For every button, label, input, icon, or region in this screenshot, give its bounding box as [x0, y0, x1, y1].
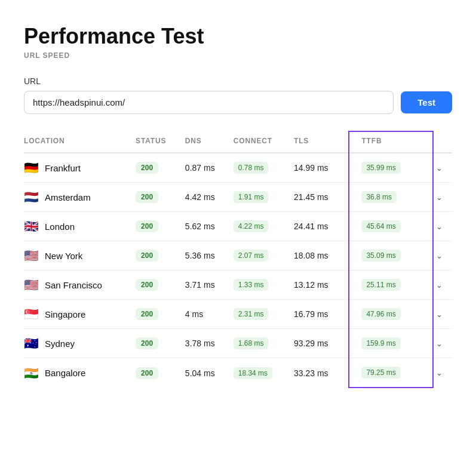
- tls-cell: 33.23 ms: [294, 358, 349, 388]
- chevron-down-icon: ⌄: [436, 339, 443, 348]
- connect-badge: 2.31 ms: [234, 308, 269, 320]
- flag-icon: 🇺🇸: [24, 279, 39, 291]
- chevron-down-icon: ⌄: [436, 310, 443, 319]
- connect-cell: 4.22 ms: [234, 212, 294, 241]
- location-name: San Francisco: [45, 280, 102, 290]
- ttfb-badge: 35.99 ms: [361, 162, 400, 174]
- tls-cell: 18.08 ms: [294, 241, 349, 270]
- flag-icon: 🇬🇧: [24, 220, 39, 232]
- url-input[interactable]: [24, 91, 394, 114]
- dns-cell: 3.78 ms: [185, 329, 234, 358]
- connect-cell: 0.78 ms: [234, 153, 294, 183]
- ttfb-cell: 159.9 ms: [349, 329, 433, 358]
- flag-icon: 🇸🇬: [24, 308, 39, 320]
- dns-cell: 3.71 ms: [185, 270, 234, 300]
- table-row: 🇺🇸 New York 200 5.36 ms 2.07 ms 18.08 ms…: [24, 241, 452, 270]
- status-badge: 200: [136, 191, 158, 203]
- expand-cell[interactable]: ⌄: [433, 212, 452, 241]
- chevron-down-icon: ⌄: [436, 368, 443, 377]
- col-header-location: LOCATION: [24, 131, 136, 153]
- connect-cell: 1.33 ms: [234, 270, 294, 300]
- dns-cell: 5.62 ms: [185, 212, 234, 241]
- connect-badge: 0.78 ms: [234, 162, 269, 174]
- tls-cell: 24.41 ms: [294, 212, 349, 241]
- expand-cell[interactable]: ⌄: [433, 153, 452, 183]
- connect-badge: 1.91 ms: [234, 191, 269, 203]
- tls-cell: 16.79 ms: [294, 300, 349, 329]
- col-header-connect: CONNECT: [234, 131, 294, 153]
- status-cell: 200: [136, 329, 185, 358]
- ttfb-cell: 47.96 ms: [349, 300, 433, 329]
- col-header-expand: [433, 131, 452, 153]
- connect-cell: 1.91 ms: [234, 183, 294, 212]
- dns-cell: 0.87 ms: [185, 153, 234, 183]
- status-cell: 200: [136, 300, 185, 329]
- flag-icon: 🇩🇪: [24, 162, 39, 174]
- ttfb-cell: 45.64 ms: [349, 212, 433, 241]
- col-header-dns: DNS: [185, 131, 234, 153]
- test-button[interactable]: Test: [401, 91, 452, 113]
- dns-cell: 5.36 ms: [185, 241, 234, 270]
- table-row: 🇸🇬 Singapore 200 4 ms 2.31 ms 16.79 ms 4…: [24, 300, 452, 329]
- tls-cell: 14.99 ms: [294, 153, 349, 183]
- expand-cell[interactable]: ⌄: [433, 241, 452, 270]
- connect-badge: 1.68 ms: [234, 337, 269, 349]
- location-name: Bangalore: [45, 368, 85, 378]
- expand-cell[interactable]: ⌄: [433, 358, 452, 388]
- location-cell: 🇺🇸 San Francisco: [24, 270, 136, 300]
- connect-cell: 1.68 ms: [234, 329, 294, 358]
- ttfb-cell: 79.25 ms: [349, 358, 433, 388]
- status-cell: 200: [136, 153, 185, 183]
- ttfb-cell: 25.11 ms: [349, 270, 433, 300]
- location-name: Frankfurt: [45, 163, 81, 173]
- table-row: 🇺🇸 San Francisco 200 3.71 ms 1.33 ms 13.…: [24, 270, 452, 300]
- location-name: Sydney: [45, 339, 75, 349]
- table-row: 🇬🇧 London 200 5.62 ms 4.22 ms 24.41 ms 4…: [24, 212, 452, 241]
- location-cell: 🇦🇺 Sydney: [24, 329, 136, 358]
- status-badge: 200: [136, 308, 158, 320]
- location-name: Amsterdam: [45, 192, 91, 202]
- expand-cell[interactable]: ⌄: [433, 270, 452, 300]
- tls-cell: 13.12 ms: [294, 270, 349, 300]
- col-header-ttfb: TTFB: [349, 131, 433, 153]
- status-cell: 200: [136, 358, 185, 388]
- table-row: 🇳🇱 Amsterdam 200 4.42 ms 1.91 ms 21.45 m…: [24, 183, 452, 212]
- flag-icon: 🇮🇳: [24, 367, 39, 379]
- col-header-tls: TLS: [294, 131, 349, 153]
- connect-cell: 2.07 ms: [234, 241, 294, 270]
- status-badge: 200: [136, 220, 158, 232]
- flag-icon: 🇦🇺: [24, 337, 39, 349]
- chevron-down-icon: ⌄: [436, 193, 443, 202]
- ttfb-cell: 35.99 ms: [349, 153, 433, 183]
- expand-cell[interactable]: ⌄: [433, 183, 452, 212]
- page-title: Performance Test: [24, 24, 452, 49]
- flag-icon: 🇺🇸: [24, 250, 39, 262]
- status-badge: 200: [136, 250, 158, 262]
- ttfb-badge: 45.64 ms: [361, 220, 400, 232]
- url-label: URL: [24, 76, 452, 86]
- chevron-down-icon: ⌄: [436, 164, 443, 173]
- chevron-down-icon: ⌄: [436, 222, 443, 231]
- expand-cell[interactable]: ⌄: [433, 300, 452, 329]
- status-cell: 200: [136, 270, 185, 300]
- location-cell: 🇮🇳 Bangalore: [24, 358, 136, 388]
- location-cell: 🇸🇬 Singapore: [24, 300, 136, 329]
- tls-cell: 93.29 ms: [294, 329, 349, 358]
- connect-badge: 2.07 ms: [234, 250, 269, 262]
- table-row: 🇦🇺 Sydney 200 3.78 ms 1.68 ms 93.29 ms 1…: [24, 329, 452, 358]
- location-cell: 🇬🇧 London: [24, 212, 136, 241]
- expand-cell[interactable]: ⌄: [433, 329, 452, 358]
- ttfb-cell: 35.09 ms: [349, 241, 433, 270]
- chevron-down-icon: ⌄: [436, 281, 443, 290]
- location-cell: 🇩🇪 Frankfurt: [24, 153, 136, 183]
- ttfb-badge: 159.9 ms: [361, 337, 400, 349]
- ttfb-badge: 25.11 ms: [361, 279, 400, 291]
- dns-cell: 4.42 ms: [185, 183, 234, 212]
- connect-cell: 18.34 ms: [234, 358, 294, 388]
- flag-icon: 🇳🇱: [24, 191, 39, 203]
- status-badge: 200: [136, 337, 158, 349]
- connect-badge: 18.34 ms: [234, 367, 272, 379]
- status-badge: 200: [136, 279, 158, 291]
- status-cell: 200: [136, 212, 185, 241]
- location-name: New York: [45, 251, 82, 261]
